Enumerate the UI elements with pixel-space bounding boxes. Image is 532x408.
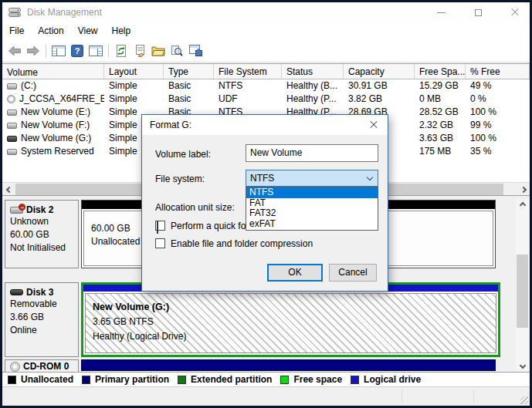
disk3-volume-g-region[interactable]: New Volume (G:) 3.65 GB NTFS Healthy (Lo… <box>81 282 500 357</box>
column-header-free-space[interactable]: Free Spa... <box>415 64 466 79</box>
option-fat[interactable]: FAT <box>246 198 378 209</box>
vertical-scrollbar-thumb[interactable] <box>517 255 528 328</box>
menu-view[interactable]: View <box>71 23 105 39</box>
menu-bar: File Action View Help <box>2 22 530 39</box>
checkbox-checked-icon <box>155 221 165 231</box>
show-action-pane-icon[interactable] <box>86 42 105 60</box>
menu-action[interactable]: Action <box>31 23 70 39</box>
legend-primary-partition: Primary partition <box>82 374 169 385</box>
status-bar <box>2 386 530 406</box>
column-header-type[interactable]: Type <box>164 64 214 79</box>
column-header-volume[interactable]: Volume <box>2 64 104 79</box>
ok-button[interactable]: OK <box>267 264 323 282</box>
logical-drive-swatch <box>351 376 359 384</box>
volume-name: J_CCSA_X64FRE_E... <box>19 93 104 106</box>
volume-name: New Volume (E:) <box>21 106 90 119</box>
back-icon[interactable] <box>5 42 24 60</box>
format-dialog: Format G: Volume label: New Volume File … <box>141 114 388 292</box>
add-snapin-icon[interactable] <box>186 42 205 60</box>
dialog-title-bar: Format G: <box>142 115 388 135</box>
help-icon[interactable]: ? <box>68 42 86 60</box>
toolbar-separator <box>108 44 109 58</box>
drive-icon <box>7 83 17 89</box>
drive-icon <box>7 123 17 129</box>
scroll-right-icon[interactable] <box>517 183 530 196</box>
extended-partition-swatch <box>178 376 186 384</box>
table-row-dvd[interactable]: J_CCSA_X64FRE_E... Simple Basic UDF Heal… <box>2 93 530 106</box>
cdrom-label-panel: CD-ROM 0 <box>5 359 79 373</box>
legend-free-space: Free space <box>280 374 342 385</box>
option-ntfs[interactable]: NTFS <box>246 187 378 198</box>
refresh-icon[interactable] <box>112 42 130 60</box>
compression-checkbox[interactable]: Enable file and folder compression <box>155 238 313 249</box>
region-title: New Volume (G:) <box>93 300 496 315</box>
table-row-c[interactable]: (C:) Simple Basic NTFS Healthy (B... 30.… <box>2 79 530 93</box>
volume-name: New Volume (F:) <box>21 119 90 132</box>
column-header-capacity[interactable]: Capacity <box>344 64 415 79</box>
cdrom-region[interactable] <box>81 359 496 371</box>
find-icon[interactable] <box>168 42 186 60</box>
chevron-down-icon <box>367 174 373 180</box>
properties-icon[interactable] <box>130 42 149 60</box>
menu-file[interactable]: File <box>2 23 31 39</box>
menu-help[interactable]: Help <box>105 23 138 39</box>
file-system-options-list: NTFS FAT FAT32 exFAT <box>246 187 378 231</box>
column-header-pct-free[interactable]: % Free <box>466 64 530 79</box>
scroll-left-icon[interactable] <box>2 183 15 196</box>
close-button[interactable] <box>507 5 524 20</box>
volume-table-header: Volume Layout Type File System Status Ca… <box>2 63 530 79</box>
disk-management-window: Disk Management File Action View Help ? <box>0 0 532 408</box>
checkbox-unchecked-icon <box>155 238 165 248</box>
option-fat32[interactable]: FAT32 <box>246 208 378 219</box>
column-header-status[interactable]: Status <box>282 64 344 79</box>
legend-unallocated: Unallocated <box>8 374 73 385</box>
minimize-icon <box>437 12 446 13</box>
region-size: 3.65 GB NTFS <box>93 315 496 329</box>
free-space-swatch <box>280 376 289 384</box>
disc-icon <box>7 95 15 103</box>
region-status: Healthy (Logical Drive) <box>93 329 496 344</box>
scroll-up-icon[interactable] <box>516 199 529 211</box>
maximize-icon <box>475 9 482 16</box>
statusbar-divider <box>473 389 474 403</box>
cancel-button[interactable]: Cancel <box>329 264 377 282</box>
unallocated-swatch <box>8 376 16 384</box>
minimize-button[interactable] <box>432 5 449 20</box>
file-system-caption: File system: <box>155 174 205 184</box>
close-icon <box>369 120 378 130</box>
volume-name: (C:) <box>21 79 36 93</box>
forward-icon[interactable] <box>24 42 42 60</box>
dialog-close-button[interactable] <box>363 116 385 133</box>
disk-name: Disk 3 <box>26 287 53 298</box>
scroll-down-icon[interactable] <box>516 359 529 372</box>
volume-name: System Reserved <box>21 145 94 158</box>
primary-partition-swatch <box>82 376 90 384</box>
toolbar-separator <box>46 44 46 58</box>
drive-icon <box>7 110 17 116</box>
open-folder-icon[interactable] <box>149 42 168 60</box>
volume-label-input[interactable]: New Volume <box>246 144 378 162</box>
disk2-label-panel: Disk 2 Unknown 60.00 GB Not Initialised <box>5 200 79 268</box>
vertical-scrollbar[interactable] <box>516 199 529 372</box>
column-header-file-system[interactable]: File System <box>214 64 282 79</box>
toolbar: ? <box>2 39 530 62</box>
disk-icon <box>10 207 23 214</box>
disk-management-app-icon <box>8 7 21 18</box>
removable-disk-icon <box>10 289 23 295</box>
title-bar: Disk Management <box>2 2 530 22</box>
volume-name: New Volume (G:) <box>21 132 91 145</box>
allocation-unit-caption: Allocation unit size: <box>155 202 235 213</box>
legend-bar: Unallocated Primary partition Extended p… <box>2 372 530 386</box>
dialog-title: Format G: <box>150 120 191 130</box>
warning-badge-icon <box>19 204 25 211</box>
option-exfat[interactable]: exFAT <box>246 219 378 230</box>
svg-text:?: ? <box>75 46 80 56</box>
cdrom-row: CD-ROM 0 <box>5 359 514 373</box>
column-header-layout[interactable]: Layout <box>104 64 164 79</box>
file-system-dropdown[interactable]: NTFS <box>246 170 378 187</box>
legend-extended-partition: Extended partition <box>178 374 272 385</box>
close-icon <box>510 8 520 17</box>
maximize-button[interactable] <box>469 5 486 20</box>
resize-grip[interactable] <box>520 396 528 404</box>
show-console-tree-icon[interactable] <box>49 42 68 60</box>
